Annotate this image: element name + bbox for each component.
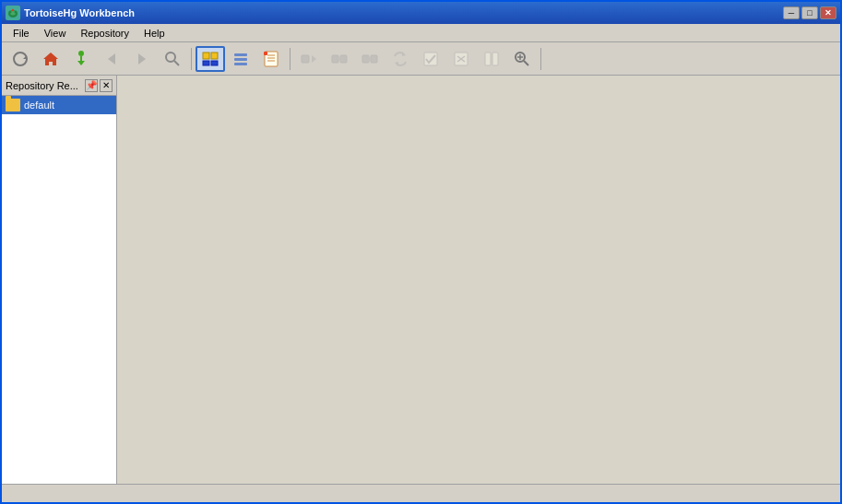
svg-point-11 xyxy=(166,53,175,62)
svg-marker-33 xyxy=(402,52,406,56)
mq-button[interactable] xyxy=(226,46,255,72)
back-button[interactable] xyxy=(97,46,126,72)
svg-rect-17 xyxy=(234,53,247,56)
incoming-button[interactable] xyxy=(294,46,324,72)
revert-icon xyxy=(452,50,470,68)
sync-icon xyxy=(391,50,409,68)
statusbar xyxy=(2,484,840,502)
svg-marker-6 xyxy=(43,53,58,65)
svg-point-4 xyxy=(12,9,14,11)
svg-rect-28 xyxy=(340,55,347,63)
main-workspace xyxy=(117,76,840,484)
svg-marker-8 xyxy=(77,61,85,65)
svg-rect-30 xyxy=(362,55,369,63)
close-button[interactable]: ✕ xyxy=(820,6,836,19)
menubar: File View Repository Help xyxy=(2,24,840,42)
sidebar-header-buttons: 📌 ✕ xyxy=(85,79,113,92)
mq-icon xyxy=(231,50,250,68)
push-outgoing-icon xyxy=(361,50,379,68)
pull-icon xyxy=(72,50,90,68)
refresh-icon xyxy=(11,50,30,68)
pin-button[interactable]: 📌 xyxy=(85,79,98,92)
forward-icon xyxy=(133,50,151,68)
find-button[interactable] xyxy=(158,46,187,72)
svg-rect-25 xyxy=(302,55,309,63)
svg-rect-15 xyxy=(203,61,209,65)
svg-marker-26 xyxy=(312,55,316,63)
commit-icon xyxy=(421,50,440,68)
search-rev-icon xyxy=(513,50,531,68)
repository-panel: Repository Re... 📌 ✕ default xyxy=(2,76,117,484)
push-outgoing-button[interactable] xyxy=(355,46,385,72)
menu-help[interactable]: Help xyxy=(136,26,172,41)
log-icon xyxy=(262,50,280,68)
log-button[interactable] xyxy=(256,46,286,72)
svg-rect-31 xyxy=(371,55,377,63)
titlebar: TortoiseHg Workbench ─ □ ✕ xyxy=(2,2,840,24)
minimize-button[interactable]: ─ xyxy=(783,6,800,19)
toolbar-sep-1 xyxy=(191,48,192,70)
svg-rect-24 xyxy=(264,52,267,55)
repository-list: default xyxy=(2,96,116,484)
svg-line-42 xyxy=(524,61,528,65)
repo-item-label: default xyxy=(24,100,54,111)
svg-marker-34 xyxy=(395,62,398,66)
pull-button[interactable] xyxy=(66,46,96,72)
workbench-icon xyxy=(201,50,219,68)
diff-icon xyxy=(482,50,501,68)
menu-repository[interactable]: Repository xyxy=(73,26,136,41)
svg-line-12 xyxy=(174,61,179,65)
content-area: Repository Re... 📌 ✕ default xyxy=(2,76,840,484)
find-icon xyxy=(163,50,182,68)
refresh-button[interactable] xyxy=(6,46,35,72)
back-icon xyxy=(102,50,121,68)
menu-view[interactable]: View xyxy=(37,26,74,41)
sidebar-title: Repository Re... xyxy=(6,80,78,91)
window-title: TortoiseHg Workbench xyxy=(24,7,135,18)
toolbar xyxy=(2,42,840,76)
main-window: TortoiseHg Workbench ─ □ ✕ File View Rep… xyxy=(0,0,842,504)
home-button[interactable] xyxy=(36,46,65,72)
menu-file[interactable]: File xyxy=(6,26,37,41)
forward-button[interactable] xyxy=(127,46,157,72)
home-icon xyxy=(42,50,60,68)
folder-icon xyxy=(6,99,20,111)
sidebar-close-button[interactable]: ✕ xyxy=(100,79,113,92)
svg-marker-10 xyxy=(138,53,146,64)
sidebar-header: Repository Re... 📌 ✕ xyxy=(2,76,116,96)
svg-point-3 xyxy=(15,11,18,14)
revert-button[interactable] xyxy=(446,46,476,72)
commit-button[interactable] xyxy=(416,46,445,72)
svg-marker-9 xyxy=(108,53,115,64)
svg-rect-13 xyxy=(203,53,209,59)
svg-rect-18 xyxy=(234,58,247,61)
toolbar-sep-2 xyxy=(290,48,291,70)
incoming-icon xyxy=(300,50,318,68)
workbench-view-button[interactable] xyxy=(196,46,225,72)
push-incoming-button[interactable] xyxy=(325,46,354,72)
app-icon xyxy=(6,6,20,20)
toolbar-sep-3 xyxy=(540,48,541,70)
titlebar-left: TortoiseHg Workbench xyxy=(6,6,135,20)
search-rev-button[interactable] xyxy=(507,46,537,72)
window-controls: ─ □ ✕ xyxy=(783,6,836,19)
diff-button[interactable] xyxy=(477,46,506,72)
repo-item-default[interactable]: default xyxy=(2,96,116,114)
svg-rect-19 xyxy=(234,63,247,65)
svg-rect-16 xyxy=(211,61,218,65)
svg-point-2 xyxy=(9,11,12,14)
svg-point-7 xyxy=(78,51,84,56)
svg-rect-27 xyxy=(332,55,338,63)
svg-rect-14 xyxy=(211,53,218,59)
svg-rect-39 xyxy=(485,53,491,65)
push-incoming-icon xyxy=(330,50,349,68)
sync-button[interactable] xyxy=(385,46,415,72)
svg-rect-40 xyxy=(492,53,498,65)
maximize-button[interactable]: □ xyxy=(801,6,818,19)
